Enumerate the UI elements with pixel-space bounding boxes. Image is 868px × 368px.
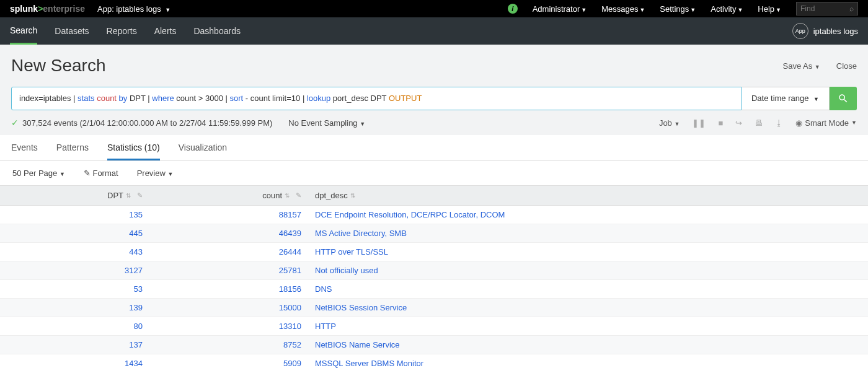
cell-dpt[interactable]: 135 bbox=[0, 206, 149, 224]
nav-dashboards[interactable]: Dashboards bbox=[193, 19, 241, 43]
caret-down-icon: ▼ bbox=[165, 7, 170, 13]
event-sampling-menu[interactable]: No Event Sampling ▼ bbox=[288, 118, 365, 128]
table-body: 13588157DCE Endpoint Resolution, DCE/RPC… bbox=[0, 206, 868, 368]
save-as-button[interactable]: Save As ▼ bbox=[783, 61, 820, 71]
topbar-right: i Administrator▼ Messages▼ Settings▼ Act… bbox=[508, 2, 858, 15]
table-row: 44326444HTTP over TLS/SSL bbox=[0, 243, 868, 261]
info-icon[interactable]: i bbox=[508, 4, 518, 14]
top-bar: splunk>enterprise App: iptables logs ▼ i… bbox=[0, 0, 868, 17]
preview-menu[interactable]: Preview ▼ bbox=[137, 169, 174, 178]
cell-count[interactable]: 15000 bbox=[149, 299, 308, 317]
search-icon: ⌕ bbox=[849, 4, 854, 13]
cell-count[interactable]: 13310 bbox=[149, 317, 308, 335]
cell-dpt[interactable]: 139 bbox=[0, 299, 149, 317]
per-page-menu[interactable]: 50 Per Page ▼ bbox=[12, 169, 65, 178]
cell-desc[interactable]: MSSQL Server DBMS Monitor bbox=[308, 354, 868, 368]
cell-count[interactable]: 26444 bbox=[149, 243, 308, 261]
cell-count[interactable]: 25781 bbox=[149, 261, 308, 279]
table-controls: 50 Per Page ▼ ✎ Format Preview ▼ bbox=[0, 161, 868, 185]
app-selector[interactable]: App: iptables logs ▼ bbox=[97, 4, 170, 14]
app-name-label: iptables logs bbox=[813, 27, 858, 36]
search-button[interactable] bbox=[830, 87, 857, 110]
table-row: 1378752NetBIOS Name Service bbox=[0, 336, 868, 354]
cell-count[interactable]: 46439 bbox=[149, 224, 308, 242]
download-icon[interactable]: ⭳ bbox=[775, 118, 783, 128]
page-title: New Search bbox=[11, 56, 106, 76]
pause-icon[interactable]: ❚❚ bbox=[692, 118, 706, 128]
sort-icon: ⇅ bbox=[285, 192, 290, 199]
tab-events[interactable]: Events bbox=[11, 136, 38, 160]
nav-datasets[interactable]: Datasets bbox=[55, 19, 89, 43]
pencil-icon: ✎ bbox=[296, 191, 301, 199]
bulb-icon: ◉ bbox=[795, 118, 802, 128]
results-table: DPT⇅✎ count⇅✎ dpt_desc⇅ 13588157DCE Endp… bbox=[0, 185, 868, 368]
cell-desc[interactable]: HTTP over TLS/SSL bbox=[308, 243, 868, 261]
cell-desc[interactable]: NetBIOS Name Service bbox=[308, 336, 868, 354]
find-box[interactable]: ⌕ bbox=[796, 2, 858, 15]
table-row: 44546439MS Active Directory, SMB bbox=[0, 224, 868, 243]
result-tabs: Events Patterns Statistics (10) Visualiz… bbox=[0, 136, 868, 161]
cell-dpt[interactable]: 53 bbox=[0, 280, 149, 298]
logo-part1: splunk bbox=[10, 4, 38, 14]
cell-desc[interactable]: MS Active Directory, SMB bbox=[308, 224, 868, 242]
status-row: ✓ 307,524 events (2/1/04 12:00:00.000 AM… bbox=[11, 110, 857, 135]
cell-count[interactable]: 5909 bbox=[149, 354, 308, 368]
administrator-menu[interactable]: Administrator▼ bbox=[533, 4, 587, 14]
search-input[interactable]: index=iptables | stats count by DPT | wh… bbox=[11, 87, 742, 110]
cell-desc[interactable]: NetBIOS Session Service bbox=[308, 299, 868, 317]
cell-count[interactable]: 8752 bbox=[149, 336, 308, 354]
table-row: 8013310HTTP bbox=[0, 317, 868, 336]
nav-bar: Search Datasets Reports Alerts Dashboard… bbox=[0, 17, 868, 45]
time-range-picker[interactable]: Date time range ▼ bbox=[742, 87, 830, 110]
cell-dpt[interactable]: 137 bbox=[0, 336, 149, 354]
pencil-icon: ✎ bbox=[137, 191, 143, 199]
activity-menu[interactable]: Activity▼ bbox=[711, 4, 743, 14]
event-count-label: 307,524 events (2/1/04 12:00:00.000 AM t… bbox=[22, 118, 272, 128]
cell-desc[interactable]: HTTP bbox=[308, 317, 868, 335]
tab-visualization[interactable]: Visualization bbox=[179, 136, 227, 160]
table-header: DPT⇅✎ count⇅✎ dpt_desc⇅ bbox=[0, 185, 868, 206]
caret-down-icon: ▼ bbox=[639, 7, 645, 13]
search-row: index=iptables | stats count by DPT | wh… bbox=[11, 87, 857, 110]
find-input[interactable] bbox=[800, 4, 844, 13]
table-row: 312725781Not officially used bbox=[0, 261, 868, 280]
tab-statistics[interactable]: Statistics (10) bbox=[107, 136, 160, 160]
caret-down-icon: ▼ bbox=[674, 121, 680, 127]
format-menu[interactable]: ✎ Format bbox=[84, 169, 118, 178]
messages-menu[interactable]: Messages▼ bbox=[601, 4, 645, 14]
nav-alerts[interactable]: Alerts bbox=[154, 19, 177, 43]
stop-icon[interactable]: ■ bbox=[718, 118, 723, 128]
nav-search[interactable]: Search bbox=[10, 18, 37, 45]
cell-desc[interactable]: DNS bbox=[308, 280, 868, 298]
smart-mode-menu[interactable]: ◉Smart Mode ▼ bbox=[795, 118, 857, 128]
app-badge: App iptables logs bbox=[792, 23, 858, 39]
app-selector-label: App: iptables logs bbox=[97, 4, 161, 14]
cell-dpt[interactable]: 80 bbox=[0, 317, 149, 335]
close-button[interactable]: Close bbox=[836, 61, 857, 71]
cell-desc[interactable]: Not officially used bbox=[308, 261, 868, 279]
column-header-desc[interactable]: dpt_desc⇅ bbox=[308, 186, 868, 205]
share-icon[interactable]: ↪ bbox=[735, 118, 742, 128]
cell-dpt[interactable]: 1434 bbox=[0, 354, 149, 368]
check-icon: ✓ bbox=[11, 118, 19, 128]
column-header-dpt[interactable]: DPT⇅✎ bbox=[0, 186, 149, 205]
cell-dpt[interactable]: 445 bbox=[0, 224, 149, 242]
print-icon[interactable]: 🖶 bbox=[755, 118, 763, 128]
job-menu[interactable]: Job ▼ bbox=[659, 118, 680, 128]
column-header-count[interactable]: count⇅✎ bbox=[149, 186, 308, 205]
search-icon bbox=[838, 93, 849, 104]
settings-menu[interactable]: Settings▼ bbox=[660, 4, 696, 14]
cell-dpt[interactable]: 3127 bbox=[0, 261, 149, 279]
cell-count[interactable]: 18156 bbox=[149, 280, 308, 298]
nav-reports[interactable]: Reports bbox=[107, 19, 137, 43]
app-circle-icon: App bbox=[792, 23, 808, 39]
cell-desc[interactable]: DCE Endpoint Resolution, DCE/RPC Locator… bbox=[308, 206, 868, 224]
cell-dpt[interactable]: 443 bbox=[0, 243, 149, 261]
caret-down-icon: ▼ bbox=[815, 64, 820, 70]
caret-down-icon: ▼ bbox=[776, 7, 781, 13]
tab-patterns[interactable]: Patterns bbox=[56, 136, 89, 160]
cell-count[interactable]: 88157 bbox=[149, 206, 308, 224]
logo-part2: enterprise bbox=[43, 4, 85, 14]
table-row: 13588157DCE Endpoint Resolution, DCE/RPC… bbox=[0, 206, 868, 224]
help-menu[interactable]: Help▼ bbox=[758, 4, 781, 14]
